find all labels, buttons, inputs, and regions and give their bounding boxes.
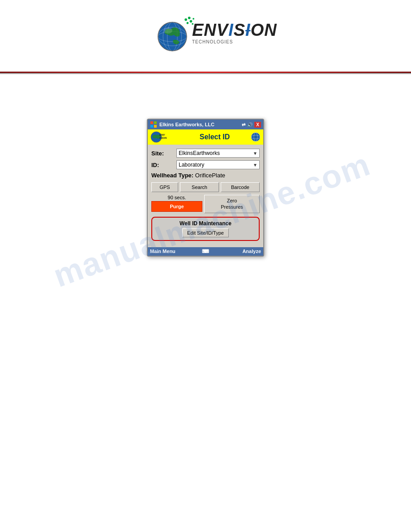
- zero-pressures-label: Zero Pressures: [221, 197, 243, 210]
- svg-text:ISION: ISION: [159, 137, 167, 139]
- sound-icon: 🔊: [247, 122, 253, 127]
- header-logo: ENV ISION: [150, 131, 175, 143]
- analyze-button[interactable]: Analyze: [213, 249, 261, 254]
- site-select[interactable]: ElkinsEarthworks ▼: [176, 149, 260, 158]
- purge-seconds: 90 secs.: [168, 195, 186, 200]
- edit-site-button[interactable]: Edit Site/ID/Type: [182, 228, 229, 237]
- title-bar-icons: ⇄ 🔊 X: [242, 122, 261, 128]
- close-button[interactable]: X: [254, 122, 261, 128]
- device-frame: Elkins Earthworks, LLC ⇄ 🔊 X ENV ISION S…: [147, 119, 264, 257]
- svg-point-8: [188, 17, 191, 19]
- purge-button[interactable]: Purge: [151, 201, 202, 212]
- search-button[interactable]: Search: [180, 182, 219, 192]
- site-dropdown-arrow: ▼: [253, 151, 257, 156]
- wellhead-label: Wellhead Type:: [151, 172, 193, 179]
- screen-title: Select ID: [179, 133, 251, 141]
- divider-top: [0, 72, 411, 73]
- network-icon: ⇄: [242, 122, 245, 127]
- id-label: ID:: [151, 162, 174, 168]
- wellhead-row: Wellhead Type: OrificePlate: [151, 172, 260, 179]
- title-bar: Elkins Earthworks, LLC ⇄ 🔊 X: [148, 120, 263, 129]
- svg-point-10: [187, 22, 189, 24]
- well-id-maintenance-title: Well ID Maintenance: [180, 220, 231, 227]
- svg-point-6: [164, 28, 172, 34]
- site-label: Site:: [151, 150, 174, 157]
- svg-text:ENV: ENV: [159, 133, 165, 136]
- divider-bottom: [0, 73, 411, 74]
- id-value: Laboratory: [179, 162, 204, 168]
- gps-button[interactable]: GPS: [151, 182, 178, 192]
- site-field-row: Site: ElkinsEarthworks ▼: [151, 149, 260, 158]
- keyboard-icon[interactable]: ⌨: [198, 249, 213, 254]
- site-value: ElkinsEarthworks: [179, 150, 220, 156]
- purge-section: 90 secs. Purge: [151, 195, 202, 213]
- wellhead-value: OrificePlate: [195, 172, 225, 179]
- id-field-row: ID: Laboratory ▼: [151, 160, 260, 169]
- svg-point-12: [193, 18, 194, 20]
- main-menu-button[interactable]: Main Menu: [150, 249, 198, 254]
- purge-row: 90 secs. Purge Zero Pressures: [151, 195, 260, 213]
- svg-point-7: [184, 18, 187, 21]
- globe-logo: [156, 13, 194, 54]
- header-bar: ENV ISION Select ID: [148, 129, 263, 145]
- header-globe-icon: [251, 132, 261, 142]
- barcode-button[interactable]: Barcode: [221, 182, 260, 192]
- windows-logo-icon: [150, 121, 157, 128]
- id-select[interactable]: Laboratory ▼: [176, 160, 260, 169]
- svg-rect-14: [154, 121, 157, 124]
- well-id-maintenance-box: Well ID Maintenance Edit Site/ID/Type: [151, 217, 260, 241]
- device-content: Site: ElkinsEarthworks ▼ ID: Laboratory …: [148, 145, 263, 247]
- title-bar-app-name: Elkins Earthworks, LLC: [159, 122, 242, 127]
- taskbar: Main Menu ⌨ Analyze: [148, 247, 263, 256]
- main-content: Elkins Earthworks, LLC ⇄ 🔊 X ENV ISION S…: [0, 92, 411, 257]
- zero-pressures-button[interactable]: Zero Pressures: [204, 195, 260, 213]
- logo-container: ENVISION TECHNOLOGIES: [156, 13, 255, 63]
- svg-rect-16: [154, 125, 157, 128]
- id-dropdown-arrow: ▼: [253, 163, 257, 167]
- action-button-row: GPS Search Barcode: [151, 182, 260, 192]
- svg-rect-15: [150, 125, 153, 128]
- logo-area: ENVISION TECHNOLOGIES: [0, 0, 411, 72]
- svg-rect-13: [150, 121, 153, 124]
